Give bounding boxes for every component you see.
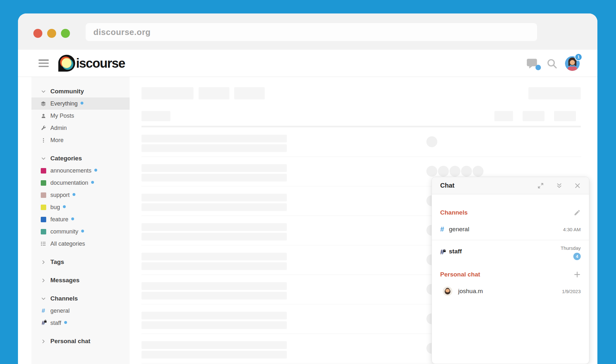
sidebar-item-more[interactable]: More <box>31 134 130 146</box>
sidebar-section-community[interactable]: Community <box>31 85 130 97</box>
user-icon <box>40 113 47 119</box>
minimize-window-button[interactable] <box>47 29 56 38</box>
sidebar-item-feature[interactable]: feature <box>31 213 130 225</box>
sidebar-item-label: Everything <box>50 100 78 107</box>
chat-dm-timestamp: 1/9/2023 <box>562 289 581 294</box>
chat-channel-staff[interactable]: #staffThursday4 <box>440 245 581 260</box>
skeleton-placeholder <box>234 87 265 99</box>
sidebar-item-all-categories[interactable]: All categories <box>31 238 130 250</box>
chat-dm-joshua-m[interactable]: joshua.m1/9/2023 <box>440 286 581 296</box>
pencil-icon[interactable] <box>574 209 581 216</box>
skeleton-avatar-circle <box>461 166 472 177</box>
sidebar-item-general[interactable]: #general <box>31 305 130 317</box>
user-avatar[interactable]: 1 <box>565 56 580 71</box>
sidebar-section-label: Community <box>50 88 84 95</box>
skeleton-placeholder <box>199 87 229 99</box>
skeleton-placeholder <box>141 282 287 290</box>
sidebar: CommunityEverythingMy PostsAdminMoreCate… <box>31 77 130 364</box>
unread-dot <box>81 102 83 105</box>
plus-icon[interactable] <box>574 271 581 278</box>
category-swatch-color <box>41 180 46 186</box>
unread-dot <box>81 230 84 233</box>
personal-chat-section-label: Personal chat <box>440 271 480 278</box>
sidebar-item-label: staff <box>50 320 61 326</box>
hash-lock-icon: # <box>40 319 47 326</box>
sidebar-item-label: My Posts <box>50 113 74 119</box>
skeleton-placeholder <box>141 126 581 127</box>
sidebar-item-bug[interactable]: bug <box>31 201 130 213</box>
skeleton-placeholder <box>141 157 581 157</box>
maximize-window-button[interactable] <box>61 29 70 38</box>
unread-dot <box>94 169 97 172</box>
skeleton-placeholder <box>141 223 287 231</box>
unread-dot <box>64 321 67 324</box>
chat-dm-name: joshua.m <box>458 288 483 295</box>
address-bar[interactable]: discourse.org <box>86 23 537 41</box>
screen: discourse.org iscourse <box>0 0 616 364</box>
discourse-logo[interactable]: iscourse <box>58 54 125 72</box>
sidebar-item-admin[interactable]: Admin <box>31 122 130 134</box>
unread-dot <box>73 193 75 196</box>
channels-section-label: Channels <box>440 209 468 216</box>
skeleton-placeholder <box>141 312 287 319</box>
sidebar-section-categories[interactable]: Categories <box>31 152 130 165</box>
search-icon[interactable] <box>546 58 557 69</box>
sidebar-item-label: bug <box>50 204 60 211</box>
category-swatch <box>40 229 47 234</box>
skeleton-avatar-circle <box>473 166 483 177</box>
sidebar-item-documentation[interactable]: documentation <box>31 177 130 189</box>
address-bar-url: discourse.org <box>93 27 150 37</box>
chat-channel-meta: 4:30 AM <box>563 227 581 232</box>
ellipsis-icon <box>40 138 47 143</box>
skeleton-placeholder <box>141 262 287 270</box>
chat-channel-general[interactable]: #general4:30 AM <box>440 225 581 233</box>
sidebar-section-channels[interactable]: Channels <box>31 292 130 305</box>
chat-channel-meta: Thursday4 <box>560 245 581 260</box>
sidebar-item-label: support <box>50 192 70 199</box>
chat-channel-name: staff <box>449 248 462 255</box>
window-controls <box>33 29 70 38</box>
skeleton-placeholder <box>141 292 287 300</box>
close-window-button[interactable] <box>33 29 42 38</box>
layers-icon <box>40 101 47 106</box>
sidebar-item-announcements[interactable]: announcements <box>31 165 130 177</box>
chevron-right-icon <box>40 260 47 265</box>
hamburger-menu-icon[interactable] <box>38 59 49 67</box>
chat-bubble-icon[interactable] <box>526 58 539 69</box>
skeleton-placeholder <box>141 164 287 172</box>
chevron-down-icon <box>40 296 47 301</box>
sidebar-item-support[interactable]: support <box>31 189 130 201</box>
sidebar-item-community[interactable]: community <box>31 225 130 238</box>
hash-icon: # <box>440 225 444 233</box>
sidebar-item-label: Admin <box>50 125 67 131</box>
hash-glyph: # <box>42 307 45 314</box>
sidebar-section-messages[interactable]: Messages <box>31 274 130 286</box>
sidebar-section-tags[interactable]: Tags <box>31 256 130 268</box>
discourse-logo-mark <box>58 54 76 72</box>
chevron-down-icon <box>40 89 47 94</box>
skeleton-placeholder <box>141 233 287 241</box>
sidebar-section-personal-chat[interactable]: Personal chat <box>31 335 130 347</box>
wrench-icon <box>40 125 47 131</box>
sidebar-item-my-posts[interactable]: My Posts <box>31 110 130 122</box>
skeleton-placeholder <box>494 111 513 121</box>
sidebar-item-staff[interactable]: #staff <box>31 317 130 329</box>
skeleton-avatar-circle <box>426 136 437 147</box>
chat-channel-timestamp: Thursday <box>560 245 581 251</box>
skeleton-avatar-circle <box>449 166 460 177</box>
browser-window: discourse.org iscourse <box>18 13 597 364</box>
skeleton-placeholder <box>141 174 287 182</box>
skeleton-placeholder <box>141 144 287 152</box>
chat-unread-dot <box>535 65 541 70</box>
lock-icon <box>443 246 446 254</box>
unread-dot <box>91 181 94 184</box>
collapse-icon[interactable] <box>556 182 563 189</box>
category-swatch-color <box>41 205 46 210</box>
category-swatch-color <box>41 217 46 222</box>
hash-icon: # <box>40 307 47 314</box>
sidebar-item-everything[interactable]: Everything <box>31 97 130 110</box>
skeleton-avatar-circle <box>426 166 437 177</box>
close-icon[interactable] <box>574 182 581 189</box>
expand-icon[interactable] <box>537 182 544 189</box>
category-swatch-color <box>41 229 46 234</box>
